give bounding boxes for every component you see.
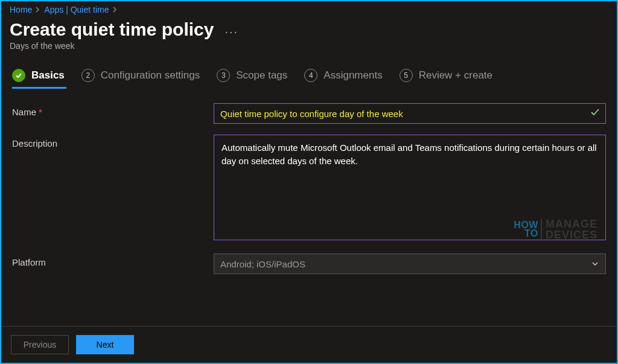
chevron-down-icon	[591, 260, 599, 268]
wizard-step-label: Review + create	[419, 69, 492, 81]
wizard-step-label: Basics	[31, 69, 65, 81]
active-step-underline	[12, 87, 66, 89]
chevron-right-icon	[113, 7, 118, 13]
form-basics: Name* Description Platform Andro	[1, 100, 617, 289]
more-actions-button[interactable]: ···	[225, 25, 238, 39]
platform-select[interactable]: Android; iOS/iPadOS	[214, 254, 606, 274]
description-label: Description	[12, 135, 214, 148]
step-number: 3	[217, 69, 230, 82]
chevron-right-icon	[36, 7, 40, 13]
check-icon	[12, 69, 25, 82]
valid-check-icon	[590, 107, 600, 117]
page-title: Create quiet time policy	[10, 19, 214, 40]
step-number: 5	[400, 69, 413, 82]
breadcrumb-home[interactable]: Home	[10, 5, 32, 14]
page-subtitle: Days of the week	[1, 40, 617, 57]
wizard-step-basics[interactable]: Basics	[12, 69, 65, 82]
previous-button[interactable]: Previous	[11, 335, 69, 354]
breadcrumb-apps-quiet-time[interactable]: Apps | Quiet time	[44, 5, 109, 14]
name-input[interactable]	[214, 103, 606, 124]
name-label: Name*	[12, 103, 214, 117]
description-input[interactable]	[214, 135, 606, 240]
wizard-steps: Basics 2 Configuration settings 3 Scope …	[1, 57, 617, 82]
wizard-step-review-create[interactable]: 5 Review + create	[400, 69, 492, 82]
wizard-step-label: Scope tags	[236, 69, 287, 81]
breadcrumb: Home Apps | Quiet time	[1, 1, 617, 16]
step-number: 2	[81, 69, 95, 82]
next-button[interactable]: Next	[76, 335, 134, 354]
wizard-step-assignments[interactable]: 4 Assignments	[304, 69, 382, 82]
wizard-step-configuration-settings[interactable]: 2 Configuration settings	[81, 69, 200, 82]
platform-label: Platform	[12, 254, 214, 267]
wizard-step-scope-tags[interactable]: 3 Scope tags	[217, 69, 287, 82]
wizard-step-label: Assignments	[323, 69, 382, 81]
platform-value: Android; iOS/iPadOS	[220, 259, 305, 269]
step-number: 4	[304, 69, 317, 82]
wizard-footer: Previous Next	[1, 326, 617, 363]
wizard-step-label: Configuration settings	[101, 69, 200, 81]
